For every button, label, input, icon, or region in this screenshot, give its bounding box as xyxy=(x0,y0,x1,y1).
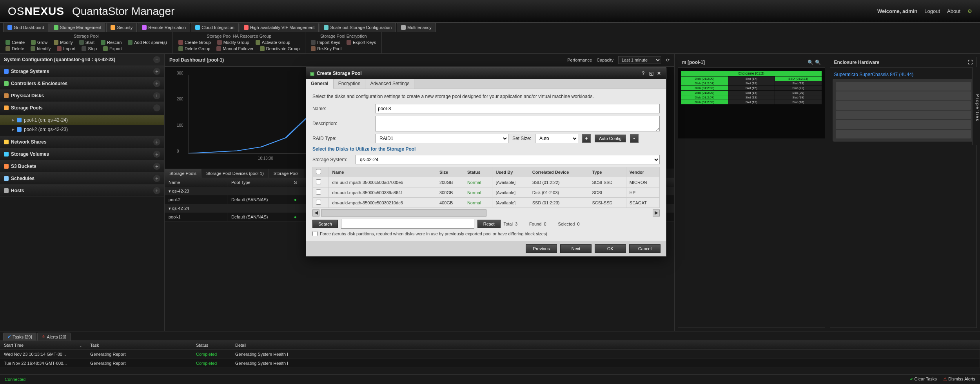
disk-col-7[interactable]: Vendor xyxy=(626,167,659,177)
sidebar-section-hosts[interactable]: Hosts+ xyxy=(0,185,164,197)
tab-cloud-integration[interactable]: Cloud Integration xyxy=(191,23,239,32)
modify-group-button[interactable]: Modify Group xyxy=(215,39,252,45)
storage-system-select[interactable]: qs-42-24 xyxy=(356,155,660,164)
stop-button[interactable]: Stop xyxy=(79,45,99,52)
import-keys-button[interactable]: Import Keys xyxy=(309,39,343,45)
start-button[interactable]: Start xyxy=(77,39,97,45)
disk-slot[interactable]: Slot (13) xyxy=(728,95,775,100)
expand-icon[interactable]: + xyxy=(153,151,160,158)
search-button[interactable]: Search xyxy=(312,220,338,228)
chassis-diagram[interactable] xyxy=(833,79,975,142)
maximize-icon[interactable]: ◱ xyxy=(648,70,654,76)
disk-slot[interactable]: Disk (01:2:00) xyxy=(681,76,728,81)
disk-slot[interactable]: Slot (15) xyxy=(728,86,775,90)
collapse-icon[interactable]: − xyxy=(153,56,160,63)
deactivate-group-button[interactable]: Deactivate Group xyxy=(258,45,302,52)
expand-icon[interactable]: + xyxy=(153,92,160,99)
tab-remote-replication[interactable]: Remote Replication xyxy=(138,23,190,32)
sidebar-section-storage-pools[interactable]: Storage Pools− xyxy=(0,102,164,114)
sidebar-section-storage-volumes[interactable]: Storage Volumes+ xyxy=(0,148,164,160)
properties-panel-collapsed[interactable]: Properties xyxy=(972,67,980,145)
expand-icon[interactable]: ⛶ xyxy=(968,60,973,65)
add-hot-spare-s--button[interactable]: Add Hot-spare(s) xyxy=(125,39,169,45)
close-icon[interactable]: ✕ xyxy=(656,70,662,76)
tab-high-availability-vif-management[interactable]: High-availability VIF Management xyxy=(240,23,319,32)
import-button[interactable]: Import xyxy=(54,45,78,52)
bottom-tab-1[interactable]: ⚠ Alerts [20] xyxy=(37,333,71,340)
auto-config-button[interactable]: Auto Config xyxy=(595,135,626,142)
sidebar-section-physical-disks[interactable]: Physical Disks+ xyxy=(0,90,164,102)
create-group-button[interactable]: Create Group xyxy=(176,39,213,45)
search-input[interactable] xyxy=(341,219,474,229)
next-button[interactable]: Next xyxy=(560,244,592,253)
increment-button[interactable]: + xyxy=(582,134,591,143)
expand-icon[interactable]: + xyxy=(153,138,160,146)
identify-button[interactable]: Identify xyxy=(28,45,53,52)
disk-row[interactable]: dm-uuid-mpath-35000c500339a864f300GBNorm… xyxy=(313,187,660,198)
disk-slot[interactable]: Slot (33) xyxy=(775,81,822,86)
tab-scale-out-storage-configuration[interactable]: Scale-out Storage Configuration xyxy=(319,23,396,32)
decrement-button[interactable]: - xyxy=(630,134,639,143)
disk-slot[interactable]: Disk (01:2:07) xyxy=(681,95,728,100)
tab-grid-dashboard[interactable]: Grid Dashboard xyxy=(3,23,49,32)
disk-col-5[interactable]: Correlated Device xyxy=(529,167,589,177)
disk-slot[interactable]: Slot (17) xyxy=(728,76,775,81)
disk-slot[interactable]: Slot (12) xyxy=(728,100,775,104)
disk-slot[interactable]: Slot (18) xyxy=(728,81,775,86)
col-detail[interactable]: Detail xyxy=(231,341,980,349)
re-key-pool-button[interactable]: Re-Key Pool xyxy=(309,45,344,52)
grid-tab-1[interactable]: Storage Pool Devices (pool-1) xyxy=(201,169,269,178)
disk-slot[interactable]: Slot (20) xyxy=(775,91,822,95)
disk-col-2[interactable]: Size xyxy=(436,167,464,177)
sidebar-section-s-buckets[interactable]: S3 Buckets+ xyxy=(0,160,164,172)
system-config-header[interactable]: System Configuration [quantastor-grid : … xyxy=(0,54,164,66)
disk-slot[interactable]: Slot (14) xyxy=(728,91,775,95)
cancel-button[interactable]: Cancel xyxy=(629,244,661,253)
col-start-time[interactable]: Start Time ↓ xyxy=(0,341,86,349)
about-link[interactable]: About xyxy=(947,8,960,14)
task-row[interactable]: Tue Nov 22 16:48:34 GMT-800...Generating… xyxy=(0,359,980,368)
sidebar-section-network-shares[interactable]: Network Shares+ xyxy=(0,136,164,148)
raid-type-select[interactable]: RAID1 xyxy=(375,134,508,143)
col-status[interactable]: Status xyxy=(192,341,231,349)
col-name[interactable]: Name xyxy=(165,178,227,187)
disk-slot[interactable]: SSD (01:2:23) xyxy=(775,76,822,81)
disk-checkbox[interactable] xyxy=(316,200,321,205)
previous-button[interactable]: Previous xyxy=(526,244,557,253)
modal-tab-encryption[interactable]: Encryption xyxy=(334,79,366,89)
disk-row[interactable]: dm-uuid-mpath-35000c500ad7000eb200GBNorm… xyxy=(313,177,660,187)
settings-icon[interactable]: ⚙ xyxy=(967,8,972,14)
tab-security[interactable]: Security xyxy=(106,23,137,32)
expand-icon[interactable]: + xyxy=(153,163,160,170)
disk-slot[interactable]: Disk (01:2:08) xyxy=(681,91,728,95)
expand-icon[interactable]: + xyxy=(153,80,160,87)
select-all-checkbox[interactable] xyxy=(316,169,321,174)
disk-col-0[interactable] xyxy=(313,167,329,177)
tab-storage-management[interactable]: Storage Management xyxy=(49,23,106,32)
help-icon[interactable]: ? xyxy=(640,70,646,76)
activate-group-button[interactable]: Activate Group xyxy=(253,39,293,45)
dismiss-alerts-link[interactable]: ⚠ Dismiss Alerts xyxy=(943,377,975,382)
reset-button[interactable]: Reset xyxy=(477,220,501,228)
modal-tab-general[interactable]: General xyxy=(306,79,334,89)
col-task[interactable]: Task xyxy=(86,341,192,349)
sidebar-section-schedules[interactable]: Schedules+ xyxy=(0,173,164,184)
disk-row[interactable]: dm-uuid-mpath-35000c50030210dc3400GBNorm… xyxy=(313,198,660,208)
bottom-tab-0[interactable]: ✔ Tasks [29] xyxy=(3,333,36,340)
capacity-link[interactable]: Capacity xyxy=(597,58,613,62)
time-range-select[interactable]: Last 1 minute xyxy=(618,56,661,64)
manual-failover-button[interactable]: Manual Failover xyxy=(214,45,256,52)
modal-tab-advanced-settings[interactable]: Advanced Settings xyxy=(365,79,414,89)
tree-expand-icon[interactable]: ▶ xyxy=(12,118,15,122)
disk-slot[interactable]: Disk (01:2:09) xyxy=(681,100,728,104)
disk-slot[interactable]: Disk (01:2:01) xyxy=(681,81,728,86)
ok-button[interactable]: OK xyxy=(595,244,626,253)
export-button[interactable]: Export xyxy=(101,45,124,52)
disk-slot[interactable]: Slot (19) xyxy=(775,95,822,100)
export-keys-button[interactable]: Export Keys xyxy=(344,39,378,45)
expand-icon[interactable]: − xyxy=(153,104,160,111)
modify-button[interactable]: Modify xyxy=(51,39,75,45)
logout-link[interactable]: Logout xyxy=(924,8,940,14)
horizontal-scrollbar[interactable]: ◀▶ xyxy=(312,209,660,217)
task-row[interactable]: Wed Nov 23 10:13:14 GMT-80...Generating … xyxy=(0,350,980,359)
